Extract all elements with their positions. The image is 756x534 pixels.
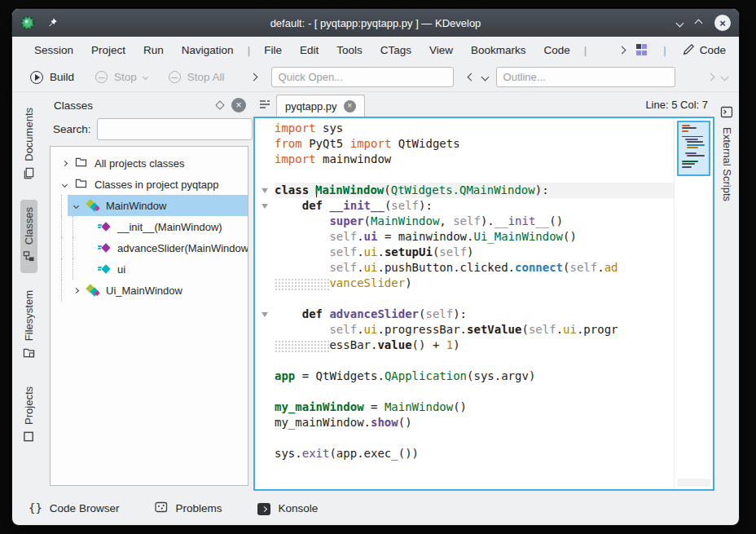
expander-icon[interactable] <box>59 183 69 187</box>
code-line-10[interactable]: self.ui.pushButton.clicked.connect(self.… <box>255 260 674 276</box>
tree-item-ui[interactable]: ui <box>51 258 248 280</box>
minimize-button[interactable] <box>676 19 684 27</box>
code-line-text[interactable]: my_mainWindow.show() <box>275 415 674 430</box>
code-line-text[interactable]: self.ui.setupUi(self) <box>275 245 674 260</box>
code-line-11[interactable]: vanceSlider) <box>255 276 674 291</box>
code-line-7[interactable]: super(MainWindow, self).__init__() <box>255 214 674 229</box>
code-line-1[interactable]: import sys <box>255 121 674 136</box>
fold-arrow-icon[interactable] <box>262 188 268 193</box>
tree-item-advanceslider-mainwindow[interactable]: advanceSlider(MainWindow) <box>51 237 248 258</box>
code-line-text[interactable]: def __init__(self): <box>275 198 674 214</box>
code-line-16[interactable] <box>255 353 674 369</box>
pin-icon[interactable] <box>46 17 58 29</box>
code-line-text[interactable] <box>275 291 674 307</box>
code-line-20[interactable]: my_mainWindow.show() <box>255 415 674 430</box>
code-line-text[interactable] <box>275 384 674 399</box>
code-line-17[interactable]: app = QtWidgets.QApplication(sys.argv) <box>255 369 674 384</box>
classes-search-input[interactable] <box>97 118 253 140</box>
menu-navigation[interactable]: Navigation <box>173 44 243 56</box>
code-line-19[interactable]: my_mainWindow = MainWindow() <box>255 399 674 415</box>
fold-arrow-icon[interactable] <box>262 204 268 209</box>
menu-ctags[interactable]: CTags <box>371 44 420 56</box>
tree-item-init-mainwindow[interactable]: __init__(MainWindow) <box>51 216 248 237</box>
menu-overflow-icon[interactable] <box>618 46 626 54</box>
code-line-5[interactable]: class MainWindow(QtWidgets.QMainWindow): <box>255 183 674 198</box>
fold-gutter[interactable] <box>255 198 275 214</box>
tab-close-icon[interactable]: × <box>344 100 356 113</box>
fold-gutter[interactable] <box>255 307 275 322</box>
menu-view[interactable]: View <box>420 44 462 56</box>
tree-item-body[interactable]: ui <box>79 258 248 280</box>
sidebar-tab-projects[interactable]: Projects <box>20 379 37 453</box>
code-menu-button[interactable]: Code <box>683 44 726 56</box>
maximize-button[interactable] <box>695 19 703 27</box>
code-line-14[interactable]: self.ui.progressBar.setValue(self.ui.pro… <box>255 322 674 338</box>
expander-icon[interactable] <box>71 289 81 293</box>
code-line-text[interactable]: from PyQt5 import QtWidgets <box>275 136 674 152</box>
code-line-text[interactable]: app = QtWidgets.QApplication(sys.argv) <box>275 369 674 384</box>
build-button[interactable]: Build <box>24 71 81 84</box>
code-line-text[interactable]: self.ui = mainwindow.Ui_MainWindow() <box>275 229 674 245</box>
code-line-15[interactable]: essBar.value() + 1) <box>255 338 674 353</box>
expander-icon[interactable] <box>59 161 69 165</box>
bottom-tab-problems[interactable]: Problems <box>155 501 222 515</box>
code-line-text[interactable]: essBar.value() + 1) <box>275 338 674 353</box>
close-panel-icon[interactable]: × <box>231 98 246 113</box>
sidebar-tab-filesystem[interactable]: Filesystem <box>20 283 37 369</box>
tab-pyqtapp[interactable]: pyqtapp.py × <box>276 95 365 117</box>
bottom-tab-code-browser[interactable]: {}Code Browser <box>29 501 119 514</box>
code-line-21[interactable] <box>255 430 674 446</box>
tree-item-body[interactable]: All projects classes <box>56 152 248 174</box>
close-button[interactable]: × <box>714 15 731 31</box>
code-rows[interactable]: import sysfrom PyQt5 import QtWidgetsimp… <box>255 118 674 489</box>
tree-item-all-projects-classes[interactable]: All projects classes <box>51 152 248 174</box>
bottom-tab-konsole[interactable]: Konsole <box>257 501 318 515</box>
code-line-text[interactable] <box>275 167 674 183</box>
stop-dropdown-icon[interactable] <box>143 74 148 80</box>
fold-gutter[interactable] <box>255 183 275 198</box>
stop-all-button[interactable]: Stop All <box>162 71 231 83</box>
code-line-text[interactable]: class MainWindow(QtWidgets.QMainWindow): <box>275 183 674 198</box>
code-line-text[interactable] <box>275 353 674 369</box>
code-line-3[interactable]: import mainwindow <box>255 152 674 167</box>
code-line-text[interactable]: vanceSlider) <box>275 276 674 291</box>
code-line-18[interactable] <box>255 384 674 399</box>
code-line-13[interactable]: def advanceSlider(self): <box>255 307 674 322</box>
expander-icon[interactable] <box>71 204 81 208</box>
document-list-icon[interactable] <box>258 99 271 110</box>
code-line-text[interactable] <box>275 430 674 446</box>
code-line-22[interactable]: sys.exit(app.exec_()) <box>255 446 674 461</box>
float-panel-icon[interactable] <box>215 100 224 109</box>
back-icon[interactable] <box>467 73 475 82</box>
code-line-text[interactable]: my_mainWindow = MainWindow() <box>275 399 674 415</box>
code-line-4[interactable] <box>255 167 674 183</box>
code-line-8[interactable]: self.ui = mainwindow.Ui_MainWindow() <box>255 229 674 245</box>
tree-item-mainwindow[interactable]: MainWindow <box>51 195 248 216</box>
menu-project[interactable]: Project <box>82 44 134 56</box>
code-editor[interactable]: import sysfrom PyQt5 import QtWidgetsimp… <box>253 117 714 491</box>
menu-code[interactable]: Code <box>535 44 579 56</box>
code-line-text[interactable]: sys.exit(app.exec_()) <box>275 446 674 461</box>
menu-edit[interactable]: Edit <box>291 44 327 56</box>
toolbar-expand-icon[interactable] <box>249 73 257 82</box>
fold-arrow-icon[interactable] <box>262 312 268 317</box>
code-line-12[interactable] <box>255 291 674 307</box>
code-line-text[interactable]: import mainwindow <box>275 152 674 167</box>
tree-item-ui-mainwindow[interactable]: Ui_MainWindow <box>51 280 248 301</box>
menu-file[interactable]: File <box>255 44 291 56</box>
tree-item-classes-in-project-pyqtapp[interactable]: Classes in project pyqtapp <box>51 174 248 195</box>
tree-item-body[interactable]: MainWindow <box>68 195 248 216</box>
menu-tools[interactable]: Tools <box>327 44 371 56</box>
tree-item-body[interactable]: Classes in project pyqtapp <box>56 174 248 195</box>
minimap[interactable] <box>674 118 713 489</box>
sidebar-tab-documents[interactable]: Documents <box>20 100 37 190</box>
menu-bookmarks[interactable]: Bookmarks <box>462 44 535 56</box>
menu-run[interactable]: Run <box>134 44 173 56</box>
history-dropdown-icon[interactable] <box>481 73 489 82</box>
dock-tab-external-scripts[interactable]: External Scripts <box>718 99 736 209</box>
code-line-text[interactable]: self.ui.pushButton.clicked.connect(self.… <box>275 260 674 276</box>
code-line-text[interactable]: self.ui.progressBar.setValue(self.ui.pro… <box>275 322 674 338</box>
code-line-6[interactable]: def __init__(self): <box>255 198 674 214</box>
tree-item-body[interactable]: __init__(MainWindow) <box>79 216 248 237</box>
stop-button[interactable]: Stop <box>89 71 154 83</box>
